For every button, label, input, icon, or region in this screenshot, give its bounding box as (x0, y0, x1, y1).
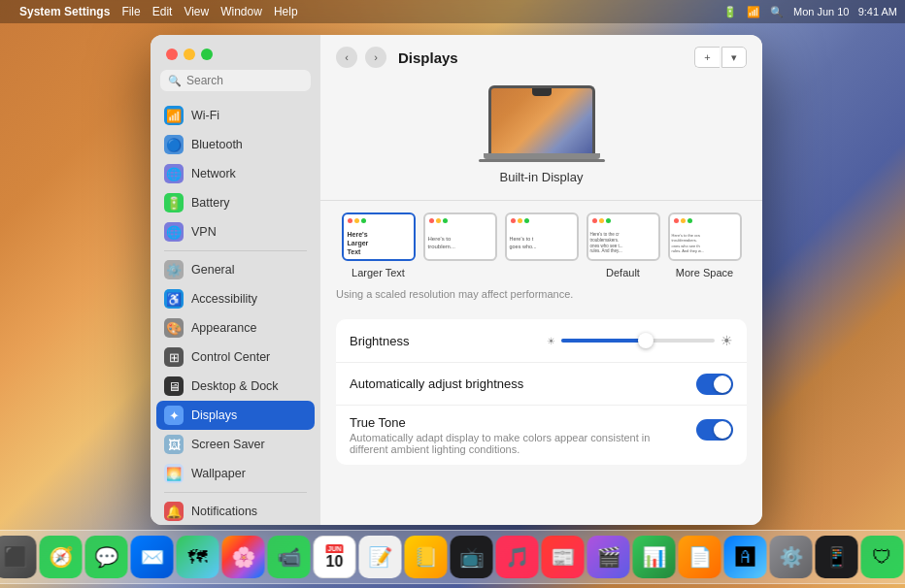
menubar-edit[interactable]: Edit (152, 5, 173, 18)
dock-icon-adguard[interactable]: 🛡 (861, 536, 904, 578)
dock-icon-appletv[interactable]: 📺 (451, 536, 493, 578)
sidebar-item-network[interactable]: 🌐 Network (156, 159, 315, 188)
sidebar-item-battery[interactable]: 🔋 Battery (156, 188, 315, 217)
menubar-help[interactable]: Help (274, 5, 298, 18)
back-button[interactable]: ‹ (336, 47, 357, 68)
sidebar-item-notifications[interactable]: 🔔 Notifications (156, 497, 315, 525)
dock-icon-calendar[interactable]: JUN10 (314, 536, 356, 578)
dock-icon-notes[interactable]: 📒 (405, 536, 448, 578)
date-time: Mon Jun 10 9:41 AM (793, 6, 897, 17)
dock-icon-messages[interactable]: 💬 (85, 536, 128, 578)
maximize-button[interactable] (201, 49, 213, 60)
dot-yellow-more-space (681, 218, 686, 223)
controlcenter-icon: ⊞ (164, 347, 184, 367)
dock-icon-mail[interactable]: ✉️ (131, 536, 174, 578)
menubar-file[interactable]: File (121, 5, 140, 18)
search-box[interactable]: 🔍 (160, 70, 311, 91)
res-option-2[interactable]: Here's totroublem... (423, 212, 497, 278)
res-option-3[interactable]: Here's to tgoes who... (505, 212, 579, 278)
search-icon: 🔍 (168, 75, 182, 87)
dock-icon-safari[interactable]: 🧭 (40, 536, 83, 578)
screensaver-icon: 🖼 (164, 435, 184, 454)
sidebar-label-wifi: Wi-Fi (191, 109, 219, 122)
display-dropdown-button[interactable]: ▾ (721, 47, 747, 68)
sidebar-label-screensaver: Screen Saver (191, 438, 265, 451)
main-content: ‹ › Displays + ▾ Built-in Display (320, 35, 762, 525)
close-button[interactable] (166, 49, 178, 60)
dock-icon-iphone[interactable]: 📱 (816, 536, 858, 578)
sidebar-item-bluetooth[interactable]: 🔵 Bluetooth (156, 130, 315, 159)
sidebar-item-screensaver[interactable]: 🖼 Screen Saver (156, 430, 315, 459)
dot-yellow-3 (518, 218, 522, 223)
search-menubar-icon[interactable]: 🔍 (770, 6, 784, 18)
sidebar-item-general[interactable]: ⚙️ General (156, 255, 315, 284)
sidebar-item-displays[interactable]: ✦ Displays (156, 401, 315, 430)
dock-icon-sysprefs[interactable]: ⚙️ (770, 536, 813, 578)
sidebar-label-vpn: VPN (191, 225, 217, 239)
system-settings-window: 🔍 📶 Wi-Fi 🔵 Bluetooth 🌐 Network 🔋 Batter… (151, 35, 762, 525)
dock-icon-launchpad[interactable]: ⬛ (0, 536, 37, 578)
accessibility-icon: ♿ (164, 289, 184, 309)
search-input[interactable] (186, 74, 303, 87)
res-option-default[interactable]: Here's to the crtroublemakers.ones who s… (587, 212, 660, 278)
dock-icon-maps[interactable]: 🗺 (177, 536, 219, 578)
general-icon: ⚙️ (164, 260, 184, 279)
res-dots-2 (429, 218, 448, 223)
displays-icon: ✦ (164, 406, 184, 425)
brightness-slider[interactable]: ☀ ☀ (547, 333, 734, 348)
dock-icon-photos[interactable]: 🌸 (222, 536, 265, 578)
desktopdock-icon: 🖥 (164, 376, 184, 396)
res-option-more-space[interactable]: Here's to the cratroublemakers.ones who … (668, 212, 742, 278)
dock-icon-news[interactable]: 📰 (542, 536, 585, 578)
menubar-window[interactable]: Window (220, 5, 262, 18)
minimize-button[interactable] (184, 49, 195, 60)
sidebar-item-accessibility[interactable]: ♿ Accessibility (156, 284, 315, 313)
sidebar-item-appearance[interactable]: 🎨 Appearance (156, 313, 315, 343)
res-content-2: Here's totroublem... (425, 220, 495, 254)
dock-icon-facetime[interactable]: 📹 (268, 536, 311, 578)
brightness-row: Brightness ☀ ☀ (336, 319, 747, 362)
slider-fill (561, 339, 646, 343)
menubar-app-name[interactable]: System Settings (19, 5, 110, 18)
brightness-high-icon: ☀ (721, 333, 733, 348)
dock-icon-appstore[interactable]: 🅰 (724, 536, 767, 578)
sidebar-label-general: General (191, 263, 234, 277)
sidebar-label-notifications: Notifications (191, 505, 257, 518)
slider-track[interactable] (561, 339, 716, 343)
toggle-knob-auto-brightness (714, 376, 731, 393)
menubar-view[interactable]: View (184, 5, 209, 18)
display-settings-section: Brightness ☀ ☀ Automatically adjust brig… (336, 319, 747, 465)
slider-thumb[interactable] (638, 333, 654, 348)
display-controls: + ▾ (694, 47, 747, 68)
dot-green-more-space (687, 218, 692, 223)
res-option-larger-text[interactable]: Here'sLargerText Larger Text (342, 212, 416, 278)
laptop-graphic (488, 85, 595, 162)
res-label-more-space: More Space (676, 267, 733, 278)
battery-menubar-icon: 🔋 (723, 6, 737, 18)
sidebar-item-wifi[interactable]: 📶 Wi-Fi (156, 101, 315, 130)
dock-icon-numbers[interactable]: 📊 (633, 536, 676, 578)
sidebar-item-controlcenter[interactable]: ⊞ Control Center (156, 343, 315, 372)
res-preview-more-space: Here's to the cratroublemakers.ones who … (668, 212, 742, 261)
auto-brightness-toggle[interactable] (696, 374, 733, 395)
res-content-3: Here's to tgoes who... (507, 220, 577, 252)
res-preview-2: Here's totroublem... (423, 212, 497, 261)
forward-button[interactable]: › (365, 47, 386, 68)
dot-green-2 (443, 218, 448, 223)
add-display-button[interactable]: + (694, 47, 720, 68)
true-tone-toggle[interactable] (696, 419, 733, 441)
dock-icon-clips[interactable]: 🎬 (587, 536, 630, 578)
sidebar-label-bluetooth: Bluetooth (191, 138, 243, 151)
dock-icon-freeform[interactable]: 📝 (359, 536, 402, 578)
dock-icon-pages[interactable]: 📄 (679, 536, 721, 578)
sidebar-item-desktopdock[interactable]: 🖥 Desktop & Dock (156, 372, 315, 401)
resolution-options: Here'sLargerText Larger Text Here's totr… (336, 212, 747, 278)
sidebar-item-vpn[interactable]: 🌐 VPN (156, 217, 315, 246)
dot-yellow-default (599, 218, 604, 223)
sidebar-item-wallpaper[interactable]: 🌅 Wallpaper (156, 459, 315, 488)
sidebar-divider-1 (164, 250, 307, 251)
dock-icon-music[interactable]: 🎵 (496, 536, 539, 578)
notifications-icon: 🔔 (164, 502, 184, 521)
battery-icon: 🔋 (164, 193, 184, 212)
wifi-menubar-icon: 📶 (747, 6, 760, 18)
